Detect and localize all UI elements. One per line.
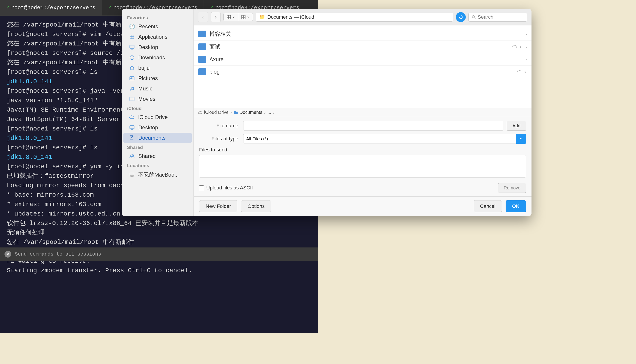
line-22: 软件包 lrzsz-0.12.20-36.el7.x86_64 已安装并且是最新…	[7, 219, 311, 228]
file-sidebar: Favorites 🕐 Recents Applications	[122, 9, 194, 216]
svg-rect-31	[244, 17, 245, 19]
filename-label: File name:	[199, 123, 240, 129]
breadcrumb-icloud[interactable]: iCloud Drive	[204, 110, 229, 115]
file-item-mianshi[interactable]: 面试 ›	[194, 40, 531, 53]
grid-view-button[interactable]	[224, 13, 238, 21]
svg-rect-29	[244, 15, 245, 17]
sidebar-item-macbook[interactable]: 不忍的MacBoo...	[123, 169, 192, 180]
locations-label: Locations	[122, 161, 193, 169]
sidebar-item-downloads[interactable]: Downloads	[123, 52, 192, 63]
sidebar-item-applications[interactable]: Applications	[123, 32, 192, 42]
upload-ascii-row: Upload files as ASCII	[199, 185, 253, 191]
svg-rect-24	[227, 15, 229, 17]
location-bar: 📁 Documents — iCloud	[256, 12, 453, 22]
sidebar-item-bujiu[interactable]: bujiu	[123, 63, 192, 73]
remove-button[interactable]: Remove	[498, 183, 526, 193]
sidebar-item-music[interactable]: Music	[123, 84, 192, 94]
svg-rect-28	[242, 15, 243, 17]
new-folder-button[interactable]: New Folder	[199, 200, 237, 212]
svg-rect-23	[130, 173, 134, 176]
sidebar-item-desktop[interactable]: Desktop	[123, 42, 192, 52]
files-to-send-area	[199, 155, 526, 178]
list-view-button[interactable]	[238, 13, 253, 21]
view-toggle	[223, 13, 253, 21]
sidebar-item-movies[interactable]: Movies	[123, 94, 192, 104]
svg-point-22	[132, 154, 134, 156]
cloud-icon-4	[517, 70, 527, 74]
search-icon	[472, 15, 476, 19]
file-item-blog[interactable]: blog	[194, 66, 531, 78]
file-item-bokexiangguan[interactable]: 博客相关 ›	[194, 28, 531, 40]
svg-rect-25	[229, 15, 231, 17]
svg-point-21	[131, 155, 132, 156]
location-text: Documents — iCloud	[267, 14, 314, 20]
session-bottom-bar: ✕ Send commands to all sessions	[0, 248, 318, 261]
sidebar-item-icloud-desktop[interactable]: Desktop	[123, 122, 192, 133]
shared-section-label: Shared	[122, 143, 193, 151]
bottom-bar-label: Send commands to all sessions	[15, 250, 101, 258]
svg-line-33	[474, 18, 475, 19]
sidebar-item-shared[interactable]: Shared	[123, 151, 192, 161]
cloud-icon-2	[512, 45, 522, 48]
svg-rect-19	[131, 138, 132, 138]
breadcrumb-folder-icon	[234, 110, 238, 114]
files-to-send-label: Files to send	[199, 147, 526, 153]
sidebar-item-documents[interactable]: Documents	[123, 133, 192, 143]
arrow-icon-1: ›	[525, 32, 527, 37]
file-toolbar: 📁 Documents — iCloud	[194, 9, 531, 26]
folder-icon-4	[198, 68, 206, 75]
close-session-icon[interactable]: ✕	[5, 251, 11, 258]
form-area: File name: Add Files of type: All Files …	[194, 117, 531, 196]
search-input[interactable]	[478, 14, 514, 20]
file-name-3: Axure	[209, 56, 522, 62]
file-item-axure[interactable]: Axure ›	[194, 53, 531, 66]
sidebar-item-pictures[interactable]: Pictures	[123, 73, 192, 84]
svg-rect-0	[130, 45, 134, 48]
options-button[interactable]: Options	[241, 200, 271, 212]
folder-icon-3	[198, 56, 206, 63]
action-buttons: New Folder Options Cancel OK	[194, 196, 531, 216]
shared-icon	[129, 153, 135, 159]
music-icon	[129, 86, 135, 92]
add-button[interactable]: Add	[507, 121, 526, 131]
filetype-select-wrapper: All Files (*)	[243, 134, 526, 144]
filetype-select[interactable]: All Files (*)	[243, 134, 526, 144]
icloud-desktop-icon	[129, 124, 135, 131]
ok-button[interactable]: OK	[506, 200, 526, 212]
filename-row: File name: Add	[199, 121, 526, 131]
svg-rect-27	[229, 17, 231, 19]
left-action-buttons: New Folder Options	[199, 200, 271, 212]
breadcrumb-documents[interactable]: Documents	[240, 110, 262, 115]
svg-rect-5	[131, 68, 133, 70]
terminal-tab-1[interactable]: ✓ root@node1:/export/servers	[0, 0, 102, 16]
documents-icon	[129, 135, 135, 141]
breadcrumb-cloud-icon	[198, 111, 202, 114]
icloud-refresh-button[interactable]	[456, 12, 466, 22]
filename-input[interactable]	[243, 121, 503, 131]
svg-rect-10	[130, 97, 134, 101]
check-icon-1: ✓	[6, 4, 9, 12]
downloads-icon	[129, 54, 135, 61]
upload-ascii-label: Upload files as ASCII	[206, 185, 253, 191]
breadcrumb-more[interactable]: ...	[267, 110, 271, 115]
sidebar-item-icloud-drive[interactable]: iCloud Drive	[123, 112, 192, 122]
favorites-label: Favorites	[122, 14, 193, 21]
forward-button[interactable]	[211, 12, 221, 22]
search-box	[468, 12, 527, 22]
back-button[interactable]	[198, 12, 208, 22]
upload-ascii-checkbox[interactable]	[199, 185, 204, 190]
arrow-icon-2: ›	[525, 44, 527, 50]
file-name-2: 面试	[209, 43, 509, 50]
line-27: Starting zmodem transfer. Press Ctrl+C t…	[7, 266, 311, 275]
svg-point-8	[130, 90, 131, 90]
svg-point-9	[133, 89, 134, 90]
cancel-button[interactable]: Cancel	[474, 200, 502, 212]
check-icon-2: ✓	[108, 4, 111, 12]
line-24: 您在 /var/spool/mail/root 中有新邮件	[7, 238, 311, 247]
breadcrumb: iCloud Drive › Documents › ... ›	[194, 108, 531, 117]
select-chevron-icon[interactable]	[516, 134, 526, 144]
sidebar-item-recents[interactable]: 🕐 Recents	[123, 21, 192, 32]
file-dialog: Favorites 🕐 Recents Applications	[122, 9, 531, 216]
svg-rect-30	[242, 17, 243, 19]
applications-icon	[129, 34, 135, 40]
